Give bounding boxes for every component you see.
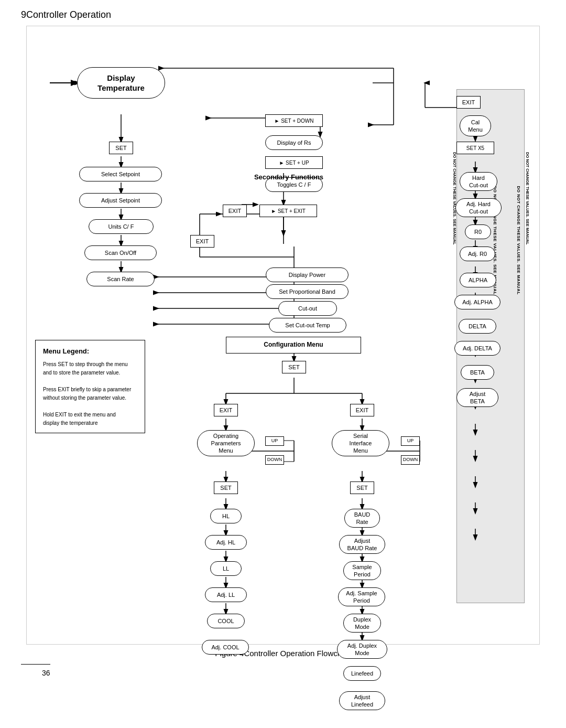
set-exit-box: ► SET + EXIT xyxy=(259,205,317,217)
exit-cf-box: EXIT xyxy=(223,205,247,217)
exit-sec-box: EXIT xyxy=(190,235,214,248)
duplex-mode-box: Duplex Mode xyxy=(343,614,381,633)
exit-op-box: EXIT xyxy=(214,404,238,416)
linefeed-box: Linefeed xyxy=(343,666,381,681)
warning-col-2: DO NOT CHANGE THESE VALUES. SEE MANUAL xyxy=(521,152,530,383)
display-rs-box: Display of Rs xyxy=(265,135,323,150)
r0-box: R0 xyxy=(465,224,491,239)
display-power-box: Display Power xyxy=(266,267,349,282)
page-number-container: 36 xyxy=(0,664,566,678)
adjust-setpoint-box: Adjust Setpoint xyxy=(79,193,162,208)
secondary-functions-label: Secondary Functions xyxy=(236,169,341,185)
exit-serial-box: EXIT xyxy=(350,404,374,416)
adj-cool-box: Adj. COOL xyxy=(202,640,249,655)
serial-interface-box: Serial Interface Menu xyxy=(332,430,389,456)
cal-menu-box: Cal Menu xyxy=(460,115,491,136)
delta-box: DELTA xyxy=(459,319,496,334)
set-x5-box: SET X5 xyxy=(456,142,494,154)
flowchart: DO NOT CHANGE THESE VALUES. SEE MANUAL D… xyxy=(26,26,540,645)
cool-box: COOL xyxy=(207,614,245,628)
warning-col-1: DO NOT CHANGE THESE VALUES. SEE MANUAL xyxy=(449,152,457,383)
down-serial-box: DOWN xyxy=(401,455,420,465)
menu-legend-title: Menu Legend: xyxy=(43,346,137,357)
hard-cutout-box: Hard Cut-out xyxy=(460,172,497,191)
adj-sample-box: Adj. Sample Period xyxy=(338,587,385,606)
adj-ll-box: Adj. LL xyxy=(205,587,247,602)
select-setpoint-box: Select Setpoint xyxy=(79,167,162,181)
sample-period-box: Sample Period xyxy=(343,561,381,580)
warning-text-2: DO NOT CHANGE THESE VALUES. SEE MANUAL xyxy=(516,186,521,354)
adjust-linefeed-box: Adjust Linefeed xyxy=(339,691,385,710)
adj-alpha-box: Adj. ALPHA xyxy=(454,295,500,309)
adj-delta-box: Adj. DELTA xyxy=(454,341,500,356)
set-op-box: SET xyxy=(214,481,238,494)
set-up-box: ► SET + UP xyxy=(265,156,323,169)
adj-r0-box: Adj. R0 xyxy=(460,247,495,261)
figure-caption: Figure 4Controller Operation Flowchart xyxy=(0,649,566,658)
alpha-box: ALPHA xyxy=(460,273,496,287)
set-cutout-temp-box: Set Cut-out Temp xyxy=(269,318,346,333)
page-title: 9Controller Operation xyxy=(0,0,566,20)
beta-box: BETA xyxy=(461,365,494,380)
hl-box: HL xyxy=(210,509,242,523)
set-box-1: SET xyxy=(109,142,133,154)
set-proportional-band-box: Set Proportional Band xyxy=(266,284,349,299)
adj-hard-cutout-box: Adj. Hard Cut-out xyxy=(455,198,502,217)
adj-beta-box: Adjust BETA xyxy=(456,388,498,407)
exit-main-box: EXIT xyxy=(456,96,481,109)
up-serial-box: UP xyxy=(401,436,420,446)
page-number: 36 xyxy=(21,664,50,677)
adj-hl-box: Adj. HL xyxy=(205,535,247,550)
set-config-box: SET xyxy=(282,361,306,373)
adjust-baud-box: Adjust BAUD Rate xyxy=(339,535,385,554)
down-op-box: DOWN xyxy=(265,455,284,465)
adj-duplex-box: Adj. Duplex Mode xyxy=(337,640,387,659)
menu-legend-text: Press SET to step through the menu and t… xyxy=(43,360,137,427)
units-box: Units C/ F xyxy=(89,219,154,234)
set-serial-box: SET xyxy=(350,481,374,494)
up-op-box: UP xyxy=(265,436,284,446)
scan-rate-box: Scan Rate xyxy=(86,272,155,286)
baud-rate-box: BAUD Rate xyxy=(344,509,380,528)
ll-box: LL xyxy=(210,561,242,576)
set-down-box: ► SET + DOWN xyxy=(265,114,323,127)
display-temperature-box: Display Temperature xyxy=(77,67,165,99)
scan-onoff-box: Scan On/Off xyxy=(84,245,157,260)
operating-params-box: Operating Parameters Menu xyxy=(197,430,255,456)
menu-legend: Menu Legend: Press SET to step through t… xyxy=(35,340,145,433)
cut-out-box: Cut-out xyxy=(278,301,337,316)
config-menu-box: Configuration Menu xyxy=(226,337,361,354)
